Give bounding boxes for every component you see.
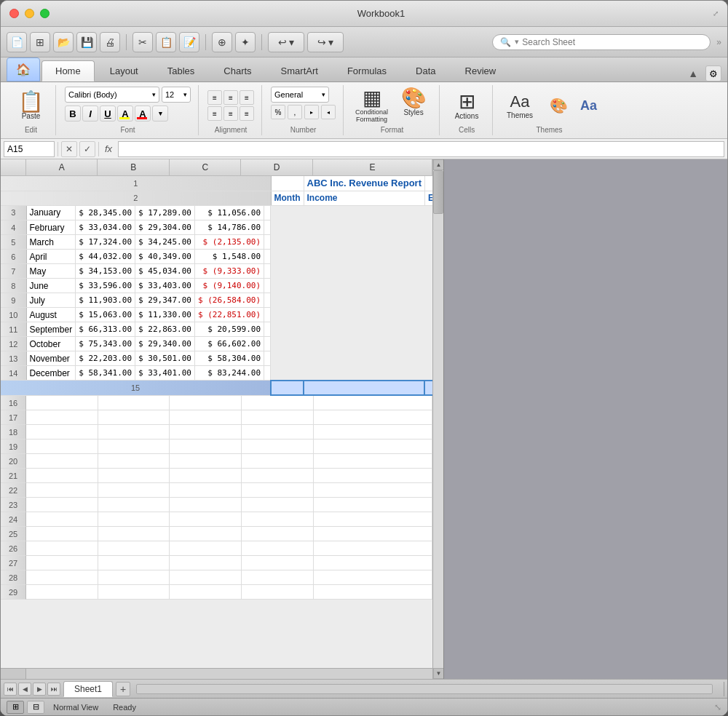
cell-b1[interactable]: ABC Inc. Revenue Report bbox=[304, 176, 424, 191]
cell-a5[interactable]: March bbox=[26, 235, 76, 250]
copy-button[interactable]: 📋 bbox=[156, 32, 176, 52]
cell-a27[interactable] bbox=[26, 556, 98, 570]
cell-a19[interactable] bbox=[26, 439, 98, 454]
cell-a15[interactable] bbox=[271, 381, 304, 395]
cell-b9[interactable]: $ 11,903.00 bbox=[76, 293, 135, 308]
sheet-scrollbar[interactable] bbox=[136, 684, 713, 694]
cell-a3[interactable]: January bbox=[26, 206, 76, 220]
cell-c23[interactable] bbox=[170, 498, 242, 512]
tab-home[interactable]: 🏠 bbox=[7, 57, 40, 81]
col-header-d[interactable]: D bbox=[241, 159, 312, 175]
font-size-dropdown-icon[interactable]: ▾ bbox=[183, 91, 187, 98]
cell-b15[interactable] bbox=[304, 381, 424, 395]
align-left[interactable]: ≡ bbox=[207, 106, 222, 121]
tab-home-label[interactable]: Home bbox=[41, 60, 95, 81]
tab-formulas[interactable]: Formulas bbox=[333, 60, 400, 81]
col-header-e[interactable]: E bbox=[313, 159, 432, 175]
cell-a6[interactable]: April bbox=[26, 250, 76, 264]
bold-button[interactable]: B bbox=[65, 106, 81, 122]
search-input[interactable] bbox=[522, 37, 703, 47]
cell-b17[interactable] bbox=[98, 410, 170, 425]
paste-format-button[interactable]: 📝 bbox=[179, 32, 199, 52]
highlight-button[interactable]: A bbox=[117, 106, 133, 122]
cell-a21[interactable] bbox=[26, 469, 98, 483]
open-button[interactable]: 📂 bbox=[53, 32, 74, 52]
cell-e20[interactable] bbox=[314, 454, 432, 469]
formula-cancel[interactable]: ✕ bbox=[61, 141, 77, 157]
cell-a24[interactable] bbox=[26, 512, 98, 527]
cell-d3[interactable]: $ 11,056.00 bbox=[194, 206, 264, 220]
cell-b23[interactable] bbox=[98, 498, 170, 512]
cell-b22[interactable] bbox=[98, 483, 170, 498]
cell-b10[interactable]: $ 15,063.00 bbox=[76, 308, 135, 322]
sheet-tab-1[interactable]: Sheet1 bbox=[63, 681, 113, 697]
comma-button[interactable]: , bbox=[288, 105, 302, 119]
cell-a9[interactable]: July bbox=[26, 293, 76, 308]
cell-b25[interactable] bbox=[98, 527, 170, 541]
cell-d9[interactable]: $ (26,584.00) bbox=[194, 293, 264, 308]
cell-e14[interactable] bbox=[264, 366, 271, 381]
cell-d23[interactable] bbox=[242, 498, 314, 512]
font-color-button[interactable]: A bbox=[135, 106, 151, 122]
undo-button[interactable]: ↩ ▾ bbox=[268, 32, 304, 52]
cell-d26[interactable] bbox=[242, 541, 314, 556]
scroll-track[interactable] bbox=[433, 170, 443, 668]
cell-c5[interactable]: $ 34,245.00 bbox=[135, 235, 195, 250]
italic-button[interactable]: I bbox=[82, 106, 98, 122]
cell-b6[interactable]: $ 44,032.00 bbox=[76, 250, 135, 264]
cell-e5[interactable] bbox=[264, 235, 271, 250]
cell-a17[interactable] bbox=[26, 410, 98, 425]
font-arrow[interactable]: ▾ bbox=[152, 106, 168, 122]
dec-decrease[interactable]: ◂ bbox=[321, 105, 336, 119]
cell-c11[interactable]: $ 22,863.00 bbox=[135, 322, 195, 337]
cell-e24[interactable] bbox=[314, 512, 432, 527]
cell-a11[interactable]: September bbox=[26, 322, 76, 337]
cell-c20[interactable] bbox=[170, 454, 242, 469]
cell-b8[interactable]: $ 33,596.00 bbox=[76, 279, 135, 293]
cut-button[interactable]: ✂ bbox=[132, 32, 153, 52]
cell-e22[interactable] bbox=[314, 483, 432, 498]
cell-b12[interactable]: $ 75,343.00 bbox=[76, 337, 135, 351]
cell-a12[interactable]: October bbox=[26, 337, 76, 351]
cell-d8[interactable]: $ (9,140.00) bbox=[194, 279, 264, 293]
cell-b14[interactable]: $ 58,341.00 bbox=[76, 366, 135, 381]
cell-e13[interactable] bbox=[264, 351, 271, 366]
cell-c12[interactable]: $ 29,340.00 bbox=[135, 337, 195, 351]
cell-a25[interactable] bbox=[26, 527, 98, 541]
cell-b18[interactable] bbox=[98, 425, 170, 439]
themes-button[interactable]: Aa Themes bbox=[502, 91, 538, 121]
cell-a20[interactable] bbox=[26, 454, 98, 469]
cell-c17[interactable] bbox=[170, 410, 242, 425]
search-bar[interactable]: 🔍 ▾ bbox=[492, 34, 711, 50]
cell-d27[interactable] bbox=[242, 556, 314, 570]
print-button[interactable]: 🖨 bbox=[100, 32, 120, 52]
cell-e21[interactable] bbox=[314, 469, 432, 483]
scroll-thumb[interactable] bbox=[433, 170, 443, 214]
gallery-button[interactable]: ⊞ bbox=[30, 32, 50, 52]
cell-e8[interactable] bbox=[264, 279, 271, 293]
cell-e6[interactable] bbox=[264, 250, 271, 264]
align-top-right[interactable]: ≡ bbox=[240, 90, 254, 105]
cell-e3[interactable] bbox=[264, 206, 271, 220]
cell-b2[interactable]: Income bbox=[304, 191, 424, 205]
cell-e16[interactable] bbox=[314, 396, 432, 410]
cell-b21[interactable] bbox=[98, 469, 170, 483]
font-size-select[interactable]: 12 ▾ bbox=[162, 87, 191, 103]
font-dropdown-icon[interactable]: ▾ bbox=[152, 91, 156, 98]
cell-c27[interactable] bbox=[170, 556, 242, 570]
cell-c4[interactable]: $ 29,304.00 bbox=[135, 220, 195, 235]
cell-reference[interactable]: A15 bbox=[4, 141, 55, 157]
cell-d22[interactable] bbox=[242, 483, 314, 498]
cell-c28[interactable] bbox=[170, 570, 242, 585]
cell-b4[interactable]: $ 33,034.00 bbox=[76, 220, 135, 235]
themes-color-button[interactable]: 🎨 bbox=[540, 97, 577, 114]
cell-a1[interactable] bbox=[271, 176, 304, 191]
cell-a23[interactable] bbox=[26, 498, 98, 512]
formula-confirm[interactable]: ✓ bbox=[79, 141, 95, 157]
align-top-center[interactable]: ≡ bbox=[223, 90, 238, 105]
cell-c15[interactable] bbox=[424, 381, 432, 395]
scroll-up[interactable]: ▲ bbox=[433, 159, 444, 170]
cell-a16[interactable] bbox=[26, 396, 98, 410]
percent-button[interactable]: % bbox=[271, 105, 285, 119]
col-header-b[interactable]: B bbox=[98, 159, 169, 175]
